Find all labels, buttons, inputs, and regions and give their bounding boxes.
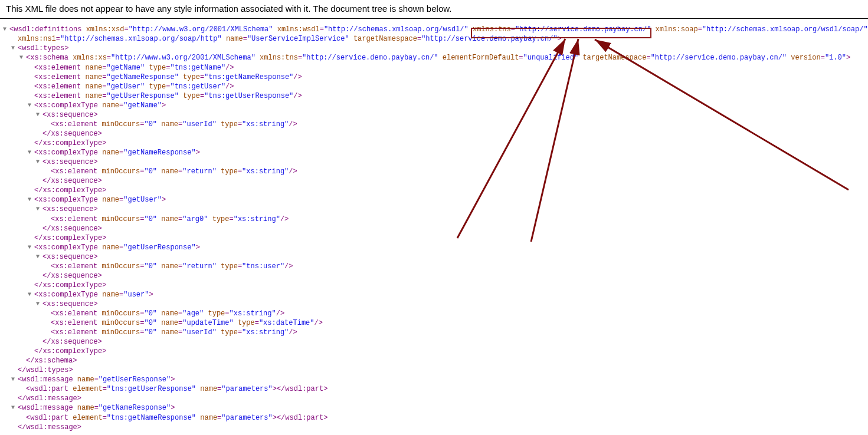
xml-element-definitions-cont: xmlns:ns1="http://schemas.xmlsoap.org/so… [18, 34, 862, 44]
disclosure-triangle-icon[interactable]: ▼ [28, 195, 34, 205]
disclosure-triangle-icon[interactable]: ▼ [36, 205, 42, 214]
xml-line[interactable]: ▼<xs:complexType name="getNameResponse"> [34, 148, 862, 157]
xml-line: <wsdl:part element="tns:getNameResponse"… [26, 413, 862, 423]
xml-line: </xs:sequence> [42, 129, 862, 139]
xml-line: <xs:element minOccurs="0" name="age" typ… [51, 309, 862, 318]
xml-line: </xs:complexType> [34, 281, 862, 290]
disclosure-triangle-icon[interactable]: ▼ [28, 148, 34, 157]
xml-line: </xs:schema> [26, 356, 862, 365]
disclosure-triangle-icon[interactable]: ▼ [3, 25, 9, 34]
xml-line: </xs:complexType> [34, 186, 862, 195]
disclosure-triangle-icon[interactable]: ▼ [36, 252, 42, 262]
disclosure-triangle-icon[interactable]: ▼ [28, 101, 34, 110]
xml-tree-view: ▼<wsdl:definitions xmlns:xsd="http://www… [0, 19, 868, 435]
disclosure-triangle-icon[interactable]: ▼ [11, 375, 18, 384]
xml-line[interactable]: ▼<xs:complexType name="getUser"> [34, 195, 862, 205]
xml-line[interactable]: ▼<xs:complexType name="user"> [34, 290, 862, 299]
disclosure-triangle-icon[interactable]: ▼ [36, 157, 42, 167]
xml-line: <xs:element name="getNameResponse" type=… [34, 72, 862, 82]
xml-line: </wsdl:message> [18, 394, 862, 403]
xml-line: </xs:sequence> [42, 337, 862, 347]
xml-line: </wsdl:message> [18, 423, 862, 432]
xml-line: <xs:element minOccurs="0" name="return" … [51, 167, 862, 176]
xml-line: <xs:element name="getUser" type="tns:get… [34, 82, 862, 91]
xml-line: </xs:sequence> [42, 176, 862, 186]
xml-line: <xs:element minOccurs="0" name="arg0" ty… [51, 215, 862, 224]
xml-line: </xs:complexType> [34, 233, 862, 243]
xml-line: <xs:element minOccurs="0" name="return" … [51, 262, 862, 271]
xml-line: </xs:sequence> [42, 271, 862, 281]
xml-line: <xs:element minOccurs="0" name="userId" … [51, 328, 862, 337]
xml-line[interactable]: ▼<xs:sequence> [42, 157, 862, 167]
disclosure-triangle-icon[interactable]: ▼ [36, 299, 42, 309]
xml-no-style-banner: This XML file does not appear to have an… [0, 0, 868, 19]
xml-line: <xs:element minOccurs="0" name="updateTi… [51, 318, 862, 328]
disclosure-triangle-icon[interactable]: ▼ [11, 44, 18, 53]
xml-line[interactable]: ▼<xs:sequence> [42, 252, 862, 262]
xml-line: <xs:element name="getUserResponse" type=… [34, 91, 862, 101]
disclosure-triangle-icon[interactable]: ▼ [28, 290, 34, 299]
xml-line: </wsdl:types> [18, 365, 862, 375]
xml-line[interactable]: ▼<xs:complexType name="getUserResponse"> [34, 243, 862, 252]
xml-line: </xs:complexType> [34, 347, 862, 356]
xml-line[interactable]: ▼<xs:sequence> [42, 299, 862, 309]
xml-line[interactable]: ▼<xs:sequence> [42, 205, 862, 214]
xml-line[interactable]: ▼<xs:sequence> [42, 110, 862, 120]
xml-line[interactable]: ▼<wsdl:message name="getUserResponse"> [18, 375, 862, 384]
xml-line: </xs:sequence> [42, 224, 862, 233]
disclosure-triangle-icon[interactable]: ▼ [11, 403, 18, 413]
xml-line: <xs:element name="getName" type="tns:get… [34, 63, 862, 72]
xml-line: <wsdl:part element="tns:getUserResponse"… [26, 384, 862, 394]
disclosure-triangle-icon[interactable]: ▼ [19, 53, 26, 62]
xml-line: <xs:element minOccurs="0" name="userId" … [51, 120, 862, 129]
xml-line[interactable]: ▼<xs:schema xmlns:xs="http://www.w3.org/… [26, 53, 862, 62]
xml-line[interactable]: ▼<xs:complexType name="getName"> [34, 101, 862, 110]
xml-line: </xs:complexType> [34, 139, 862, 148]
xml-element-definitions[interactable]: ▼<wsdl:definitions xmlns:xsd="http://www… [9, 25, 862, 34]
disclosure-triangle-icon[interactable]: ▼ [36, 110, 42, 120]
xml-line[interactable]: ▼<wsdl:message name="getNameResponse"> [18, 403, 862, 413]
disclosure-triangle-icon[interactable]: ▼ [28, 243, 34, 252]
xml-line[interactable]: ▼<wsdl:types> [18, 44, 862, 53]
